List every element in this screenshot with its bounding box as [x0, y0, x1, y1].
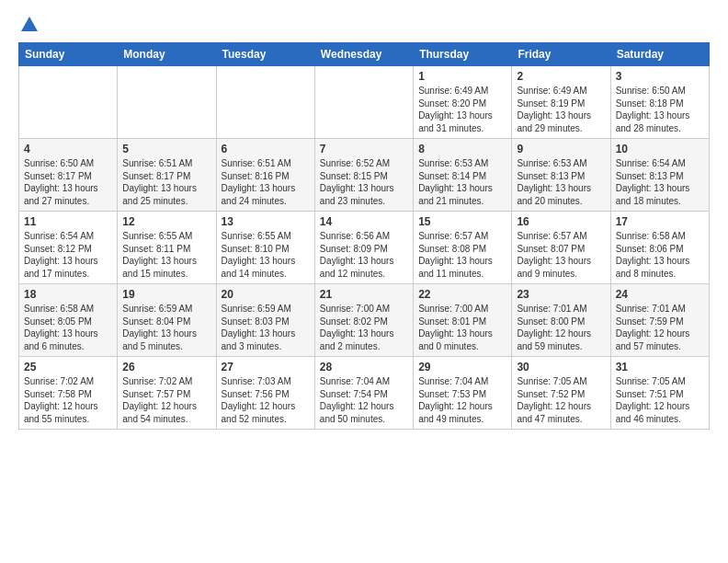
day-info: Sunrise: 6:58 AM Sunset: 8:06 PM Dayligh…: [616, 230, 704, 280]
logo-icon: [19, 15, 40, 35]
weekday-header-wednesday: Wednesday: [314, 43, 413, 66]
day-cell: 26Sunrise: 7:02 AM Sunset: 7:57 PM Dayli…: [118, 357, 216, 430]
day-number: 17: [616, 215, 704, 228]
day-number: 12: [122, 215, 210, 228]
week-row-3: 11Sunrise: 6:54 AM Sunset: 8:12 PM Dayli…: [19, 212, 710, 284]
day-number: 18: [24, 288, 112, 301]
day-info: Sunrise: 7:03 AM Sunset: 7:56 PM Dayligh…: [222, 375, 310, 425]
day-cell: 13Sunrise: 6:55 AM Sunset: 8:10 PM Dayli…: [216, 212, 314, 284]
day-number: 15: [418, 215, 506, 228]
day-cell: 19Sunrise: 6:59 AM Sunset: 8:04 PM Dayli…: [118, 284, 216, 357]
day-number: 9: [517, 143, 605, 155]
day-cell: [314, 66, 413, 139]
day-info: Sunrise: 7:01 AM Sunset: 8:00 PM Dayligh…: [517, 303, 605, 352]
week-row-4: 18Sunrise: 6:58 AM Sunset: 8:05 PM Dayli…: [19, 284, 710, 357]
day-number: 10: [616, 143, 704, 155]
weekday-header-saturday: Saturday: [610, 43, 709, 66]
day-cell: 7Sunrise: 6:52 AM Sunset: 8:15 PM Daylig…: [314, 139, 413, 212]
day-cell: 2Sunrise: 6:49 AM Sunset: 8:19 PM Daylig…: [512, 66, 610, 139]
logo-text: [18, 15, 40, 33]
day-number: 20: [222, 288, 310, 301]
day-cell: 10Sunrise: 6:54 AM Sunset: 8:13 PM Dayli…: [610, 139, 709, 212]
day-cell: 12Sunrise: 6:55 AM Sunset: 8:11 PM Dayli…: [118, 212, 216, 284]
day-cell: 4Sunrise: 6:50 AM Sunset: 8:17 PM Daylig…: [19, 139, 118, 212]
day-info: Sunrise: 6:53 AM Sunset: 8:14 PM Dayligh…: [418, 157, 506, 207]
day-number: 26: [122, 361, 210, 373]
weekday-header-friday: Friday: [512, 43, 610, 66]
day-cell: 16Sunrise: 6:57 AM Sunset: 8:07 PM Dayli…: [512, 212, 610, 284]
day-number: 16: [517, 215, 605, 228]
day-info: Sunrise: 7:02 AM Sunset: 7:58 PM Dayligh…: [24, 375, 112, 425]
day-info: Sunrise: 6:53 AM Sunset: 8:13 PM Dayligh…: [517, 157, 605, 207]
day-cell: 11Sunrise: 6:54 AM Sunset: 8:12 PM Dayli…: [19, 212, 118, 284]
day-cell: 31Sunrise: 7:05 AM Sunset: 7:51 PM Dayli…: [610, 357, 709, 430]
day-number: 7: [320, 143, 408, 155]
day-info: Sunrise: 6:51 AM Sunset: 8:17 PM Dayligh…: [122, 157, 210, 207]
day-cell: 23Sunrise: 7:01 AM Sunset: 8:00 PM Dayli…: [512, 284, 610, 357]
day-info: Sunrise: 6:56 AM Sunset: 8:09 PM Dayligh…: [320, 230, 408, 280]
week-row-2: 4Sunrise: 6:50 AM Sunset: 8:17 PM Daylig…: [19, 139, 710, 212]
day-cell: 14Sunrise: 6:56 AM Sunset: 8:09 PM Dayli…: [314, 212, 413, 284]
day-info: Sunrise: 7:04 AM Sunset: 7:54 PM Dayligh…: [320, 375, 408, 425]
day-cell: 15Sunrise: 6:57 AM Sunset: 8:08 PM Dayli…: [414, 212, 512, 284]
calendar: SundayMondayTuesdayWednesdayThursdayFrid…: [18, 42, 710, 430]
day-cell: 6Sunrise: 6:51 AM Sunset: 8:16 PM Daylig…: [216, 139, 314, 212]
svg-marker-0: [21, 17, 38, 31]
day-info: Sunrise: 6:52 AM Sunset: 8:15 PM Dayligh…: [320, 157, 408, 207]
weekday-header-row: SundayMondayTuesdayWednesdayThursdayFrid…: [19, 43, 710, 66]
day-info: Sunrise: 6:50 AM Sunset: 8:17 PM Dayligh…: [24, 157, 112, 207]
day-cell: 24Sunrise: 7:01 AM Sunset: 7:59 PM Dayli…: [610, 284, 709, 357]
day-number: 31: [616, 361, 704, 373]
day-cell: 18Sunrise: 6:58 AM Sunset: 8:05 PM Dayli…: [19, 284, 118, 357]
day-cell: 27Sunrise: 7:03 AM Sunset: 7:56 PM Dayli…: [216, 357, 314, 430]
day-number: 1: [418, 70, 506, 83]
day-number: 8: [418, 143, 506, 155]
day-info: Sunrise: 6:55 AM Sunset: 8:11 PM Dayligh…: [122, 230, 210, 280]
day-info: Sunrise: 7:00 AM Sunset: 8:02 PM Dayligh…: [320, 303, 408, 352]
day-info: Sunrise: 6:50 AM Sunset: 8:18 PM Dayligh…: [616, 85, 704, 134]
day-number: 22: [418, 288, 506, 301]
day-info: Sunrise: 6:59 AM Sunset: 8:03 PM Dayligh…: [222, 303, 310, 352]
day-number: 21: [320, 288, 408, 301]
day-number: 2: [517, 70, 605, 83]
week-row-1: 1Sunrise: 6:49 AM Sunset: 8:20 PM Daylig…: [19, 66, 710, 139]
day-number: 28: [320, 361, 408, 373]
day-number: 25: [24, 361, 112, 373]
day-info: Sunrise: 6:55 AM Sunset: 8:10 PM Dayligh…: [222, 230, 310, 280]
day-info: Sunrise: 6:57 AM Sunset: 8:07 PM Dayligh…: [517, 230, 605, 280]
day-cell: 28Sunrise: 7:04 AM Sunset: 7:54 PM Dayli…: [314, 357, 413, 430]
day-info: Sunrise: 7:02 AM Sunset: 7:57 PM Dayligh…: [122, 375, 210, 425]
day-number: 24: [616, 288, 704, 301]
day-number: 4: [24, 143, 112, 155]
day-number: 14: [320, 215, 408, 228]
day-info: Sunrise: 7:05 AM Sunset: 7:52 PM Dayligh…: [517, 375, 605, 425]
day-number: 5: [122, 143, 210, 155]
day-info: Sunrise: 6:58 AM Sunset: 8:05 PM Dayligh…: [24, 303, 112, 352]
day-info: Sunrise: 6:54 AM Sunset: 8:12 PM Dayligh…: [24, 230, 112, 280]
day-info: Sunrise: 7:00 AM Sunset: 8:01 PM Dayligh…: [418, 303, 506, 352]
day-cell: 30Sunrise: 7:05 AM Sunset: 7:52 PM Dayli…: [512, 357, 610, 430]
day-number: 30: [517, 361, 605, 373]
week-row-5: 25Sunrise: 7:02 AM Sunset: 7:58 PM Dayli…: [19, 357, 710, 430]
day-number: 11: [24, 215, 112, 228]
day-info: Sunrise: 6:49 AM Sunset: 8:19 PM Dayligh…: [517, 85, 605, 134]
day-cell: 29Sunrise: 7:04 AM Sunset: 7:53 PM Dayli…: [414, 357, 512, 430]
day-number: 6: [222, 143, 310, 155]
day-number: 23: [517, 288, 605, 301]
day-cell: 22Sunrise: 7:00 AM Sunset: 8:01 PM Dayli…: [414, 284, 512, 357]
day-cell: 1Sunrise: 6:49 AM Sunset: 8:20 PM Daylig…: [414, 66, 512, 139]
weekday-header-monday: Monday: [118, 43, 216, 66]
day-info: Sunrise: 7:04 AM Sunset: 7:53 PM Dayligh…: [418, 375, 506, 425]
day-cell: [19, 66, 118, 139]
weekday-header-sunday: Sunday: [19, 43, 118, 66]
day-number: 27: [222, 361, 310, 373]
day-cell: 25Sunrise: 7:02 AM Sunset: 7:58 PM Dayli…: [19, 357, 118, 430]
day-cell: 8Sunrise: 6:53 AM Sunset: 8:14 PM Daylig…: [414, 139, 512, 212]
day-info: Sunrise: 7:05 AM Sunset: 7:51 PM Dayligh…: [616, 375, 704, 425]
day-number: 13: [222, 215, 310, 228]
day-info: Sunrise: 6:57 AM Sunset: 8:08 PM Dayligh…: [418, 230, 506, 280]
day-info: Sunrise: 7:01 AM Sunset: 7:59 PM Dayligh…: [616, 303, 704, 352]
weekday-header-tuesday: Tuesday: [216, 43, 314, 66]
weekday-header-thursday: Thursday: [414, 43, 512, 66]
day-info: Sunrise: 6:51 AM Sunset: 8:16 PM Dayligh…: [222, 157, 310, 207]
